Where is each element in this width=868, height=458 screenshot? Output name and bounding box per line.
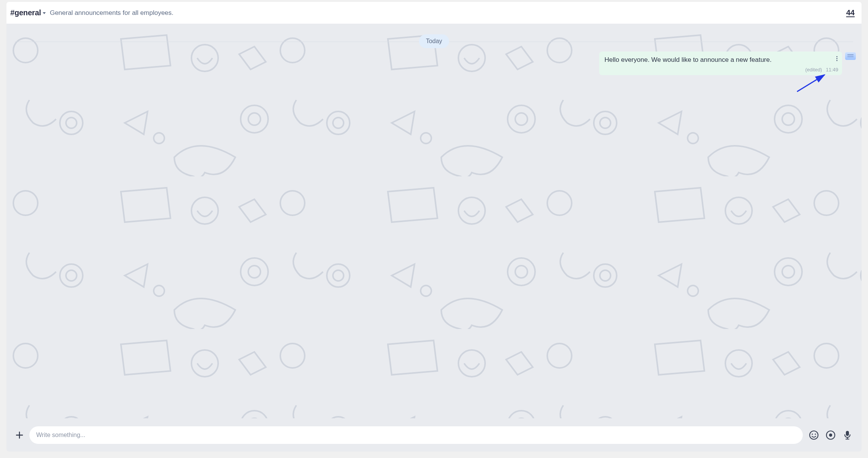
- chevron-down-icon[interactable]: [43, 12, 46, 14]
- channel-header: #general General announcements for all e…: [6, 2, 579, 24]
- chat-app: #general General announcements for all e…: [6, 2, 579, 305]
- messages-area[interactable]: Today Hello everyone. We would like to a…: [6, 24, 579, 305]
- date-divider-line: [15, 42, 579, 42]
- channel-name[interactable]: #general: [10, 8, 41, 17]
- channel-topic: General announcements for all employees.: [50, 9, 174, 17]
- date-divider-pill: Today: [419, 34, 449, 48]
